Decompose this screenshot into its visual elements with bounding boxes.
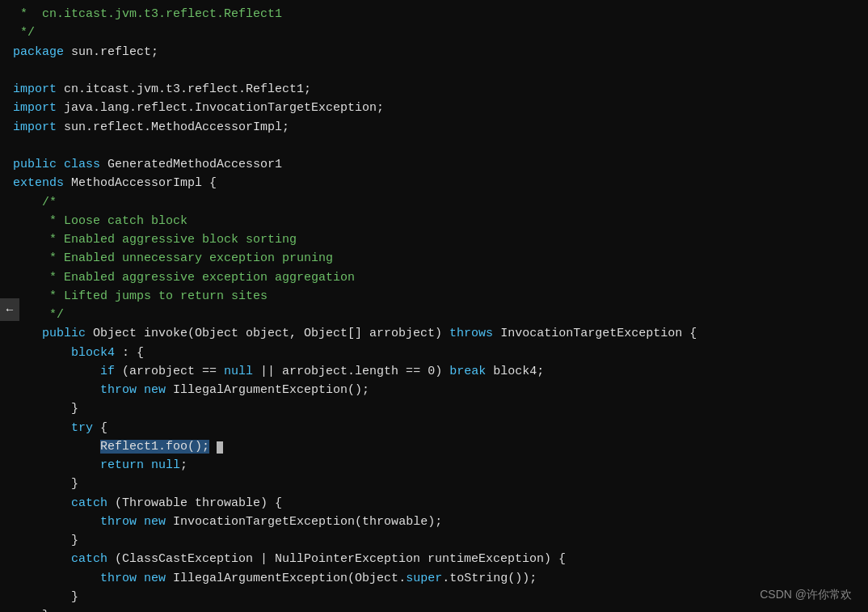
- line-22: }: [13, 399, 855, 418]
- line-7: import sun.reflect.MethodAccessorImpl;: [13, 118, 855, 137]
- line-32: }: [13, 588, 855, 606]
- line-10: extends MethodAccessorImpl {: [13, 174, 855, 192]
- line-24: Reflect1.foo();: [13, 437, 855, 456]
- left-arrow-button[interactable]: ←: [0, 298, 19, 321]
- line-16: * Lifted jumps to return sites: [13, 287, 855, 306]
- line-15: * Enabled aggressive exception aggregati…: [13, 268, 855, 287]
- line-25: return null;: [13, 456, 855, 475]
- line-20: if (arrobject == null || arrobject.lengt…: [13, 362, 855, 381]
- line-11: /*: [13, 193, 855, 212]
- line-4: [13, 61, 855, 80]
- line-12: * Loose catch block: [13, 212, 855, 230]
- line-33: }: [13, 606, 855, 612]
- line-21: throw new IllegalArgumentException();: [13, 381, 855, 399]
- line-27: catch (Throwable throwable) {: [13, 494, 855, 513]
- line-14: * Enabled unnecessary exception pruning: [13, 249, 855, 268]
- line-17: */: [13, 306, 855, 324]
- line-9: public class GeneratedMethodAccessor1: [13, 155, 855, 174]
- watermark: CSDN @许你常欢: [760, 588, 852, 602]
- code-content: * cn.itcast.jvm.t3.reflect.Reflect1 */ p…: [0, 0, 868, 612]
- line-6: import java.lang.reflect.InvocationTarge…: [13, 99, 855, 117]
- line-30: catch (ClassCastException | NullPointerE…: [13, 550, 855, 568]
- line-28: throw new InvocationTargetException(thro…: [13, 513, 855, 531]
- code-editor: * cn.itcast.jvm.t3.reflect.Reflect1 */ p…: [0, 0, 868, 612]
- line-31: throw new IllegalArgumentException(Objec…: [13, 569, 855, 588]
- line-2: */: [13, 23, 855, 42]
- line-23: try {: [13, 419, 855, 437]
- line-18: public Object invoke(Object object, Obje…: [13, 324, 855, 343]
- line-1: * cn.itcast.jvm.t3.reflect.Reflect1: [13, 5, 855, 23]
- line-3: package sun.reflect;: [13, 43, 855, 61]
- line-5: import cn.itcast.jvm.t3.reflect.Reflect1…: [13, 80, 855, 99]
- line-29: }: [13, 531, 855, 550]
- left-arrow-icon: ←: [6, 303, 13, 316]
- line-19: block4 : {: [13, 344, 855, 362]
- line-13: * Enabled aggressive block sorting: [13, 230, 855, 249]
- line-26: }: [13, 475, 855, 493]
- line-8: [13, 137, 855, 155]
